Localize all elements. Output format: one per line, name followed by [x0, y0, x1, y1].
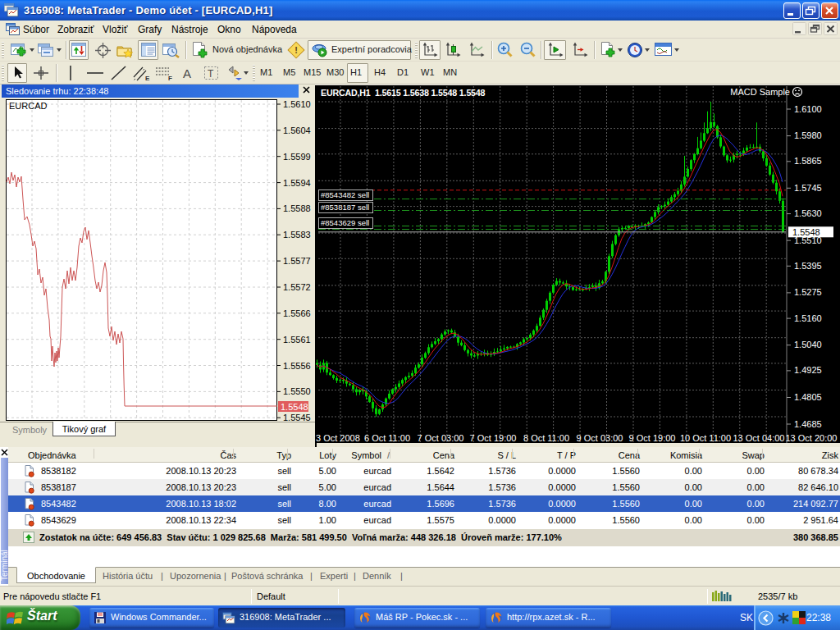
svg-text:#8538187 sell: #8538187 sell [321, 203, 369, 212]
svg-text:9 Oct 19:00: 9 Oct 19:00 [629, 433, 676, 443]
svg-text:1.5275: 1.5275 [794, 287, 822, 297]
svg-text:13 Oct 20:00: 13 Oct 20:00 [786, 433, 838, 443]
svg-text:1.5980: 1.5980 [794, 130, 822, 140]
svg-text:#8543629 sell: #8543629 sell [321, 218, 369, 227]
svg-text:6 Oct 11:00: 6 Oct 11:00 [364, 433, 410, 443]
svg-text:1.5548: 1.5548 [792, 227, 820, 237]
svg-text:1.5040: 1.5040 [794, 340, 822, 349]
svg-text:Terminál: Terminál [1, 550, 8, 581]
svg-text:1.4925: 1.4925 [794, 365, 822, 375]
svg-text:1.4805: 1.4805 [794, 392, 822, 402]
svg-text:#8543482 sell: #8543482 sell [321, 190, 369, 199]
svg-text:7 Oct 19:00: 7 Oct 19:00 [470, 433, 517, 443]
svg-text:1.5745: 1.5745 [794, 183, 822, 193]
svg-text:EURCAD,H1 1.5615 1.5638 1.554: EURCAD,H1 1.5615 1.5638 1.5548 1.5548 [321, 88, 486, 98]
svg-text:1.5395: 1.5395 [794, 261, 822, 271]
svg-text:7 Oct 03:00: 7 Oct 03:00 [418, 433, 464, 443]
svg-text:10 Oct 11:00: 10 Oct 11:00 [680, 433, 731, 443]
svg-text:1.5160: 1.5160 [794, 313, 822, 323]
svg-text:13 Oct 04:00: 13 Oct 04:00 [733, 433, 785, 443]
svg-text:1.5630: 1.5630 [794, 208, 822, 218]
svg-text:MACD Sample: MACD Sample [730, 87, 790, 97]
svg-text:9 Oct 03:00: 9 Oct 03:00 [577, 433, 623, 443]
svg-text:1.5865: 1.5865 [794, 156, 822, 166]
svg-text:3 Oct 2008: 3 Oct 2008 [316, 433, 360, 443]
svg-text:1.6100: 1.6100 [794, 104, 822, 114]
svg-text:8 Oct 11:00: 8 Oct 11:00 [523, 433, 569, 443]
svg-text:1.4685: 1.4685 [794, 419, 822, 429]
